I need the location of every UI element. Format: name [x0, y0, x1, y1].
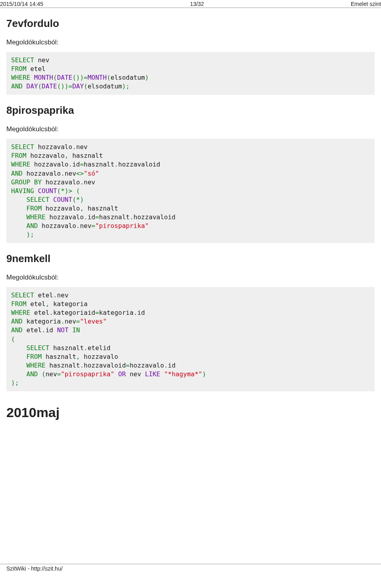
- string-literal: "*hagyma*": [164, 370, 202, 378]
- string-literal: "leves": [80, 318, 106, 325]
- paren: ): [61, 82, 65, 90]
- indent: [11, 344, 27, 352]
- comma: ,: [65, 152, 69, 159]
- op-eq: =: [84, 74, 88, 81]
- indent: [11, 196, 27, 203]
- indent: [11, 370, 27, 378]
- func-date: DATE: [42, 82, 57, 90]
- heading-7evfordulo: 7evfordulo: [6, 17, 375, 30]
- comma: ,: [46, 300, 50, 308]
- paren: (: [72, 74, 76, 81]
- lead-7evfordulo: Megoldókulcsból:: [6, 38, 375, 46]
- func-count: COUNT: [53, 196, 72, 203]
- code-text: [30, 178, 34, 186]
- kw-and: AND: [27, 370, 38, 378]
- kw-from: FROM: [11, 152, 27, 159]
- code-text: kategoria: [49, 300, 87, 308]
- dot: .: [84, 213, 88, 221]
- paren: (: [107, 74, 111, 81]
- kw-select: SELECT: [27, 344, 50, 352]
- code-text: [114, 370, 118, 378]
- indent: [11, 205, 27, 212]
- header-datetime: 2015/10/14 14:45: [0, 1, 43, 7]
- kw-where: WHERE: [27, 213, 46, 221]
- code-text: nev: [84, 178, 95, 186]
- semicolon: ;: [30, 231, 34, 238]
- code-text: nev: [46, 370, 57, 378]
- page-header: 2015/10/14 14:45 13/32 Emelet szint: [0, 0, 381, 8]
- op-eq: =: [80, 161, 84, 168]
- paren: (: [42, 370, 46, 378]
- code-text: hozzavalo: [80, 353, 118, 360]
- kw-where: WHERE: [11, 309, 30, 316]
- code-text: hozzavaloid: [118, 161, 160, 168]
- paren: (: [53, 74, 57, 81]
- kw-and: AND: [11, 170, 23, 177]
- code-block-7evfordulo: SELECT nev FROM etel WHERE MONTH(DATE())…: [6, 52, 375, 95]
- lead-9nemkell: Megoldókulcsból:: [6, 274, 375, 282]
- kw-from: FROM: [11, 65, 27, 73]
- func-month: MONTH: [34, 74, 53, 81]
- code-text: [34, 187, 38, 195]
- code-text: [72, 187, 76, 195]
- code-text: [49, 196, 53, 203]
- paren: ): [80, 196, 84, 203]
- paren: ): [65, 187, 69, 195]
- code-text: hozzavalo: [130, 362, 164, 369]
- kw-where: WHERE: [11, 74, 30, 81]
- dot: .: [114, 161, 118, 168]
- comma: ,: [80, 205, 84, 212]
- paren: (: [38, 82, 42, 90]
- code-text: etel: [23, 326, 42, 334]
- code-text: nev: [57, 291, 69, 299]
- code-text: hozzavalo: [27, 152, 65, 159]
- code-text: kategoria: [23, 318, 61, 325]
- code-text: nev: [65, 170, 76, 177]
- kw-and: AND: [11, 326, 23, 334]
- code-text: etel: [27, 65, 46, 73]
- code-text: hozzavaloid: [133, 213, 175, 221]
- heading-2010maj: 2010maj: [6, 405, 375, 420]
- dot: .: [61, 318, 65, 325]
- semicolon: ;: [15, 379, 19, 387]
- indent: [11, 353, 27, 360]
- dot: .: [42, 326, 46, 334]
- header-pageinfo: 13/32: [190, 1, 204, 7]
- indent: [11, 362, 27, 369]
- code-text: id: [88, 213, 95, 221]
- code-text: hozzavalo: [30, 161, 68, 168]
- code-text: hasznalt: [69, 152, 103, 159]
- code-text: hasznalt: [49, 344, 84, 352]
- dot: .: [84, 344, 88, 352]
- op-eq: =: [95, 309, 99, 316]
- dot: .: [49, 309, 53, 316]
- code-text: id: [46, 326, 57, 334]
- dot: .: [69, 161, 73, 168]
- code-text: hozzavalo: [23, 170, 61, 177]
- code-text: id: [168, 362, 175, 369]
- dot: .: [61, 170, 65, 177]
- code-block-9nemkell: SELECT etel.nev FROM etel, kategoria WHE…: [6, 287, 375, 391]
- code-text: kategoria: [99, 309, 134, 316]
- indent: [11, 231, 27, 238]
- string-literal: "pirospaprika": [61, 370, 114, 378]
- dot: .: [130, 213, 134, 221]
- code-text: nev: [126, 370, 145, 378]
- code-block-8pirospaprika: SELECT hozzavalo.nev FROM hozzavalo, has…: [6, 139, 375, 243]
- kw-and: AND: [11, 82, 23, 90]
- kw-group: GROUP: [11, 178, 30, 186]
- paren: (: [76, 187, 80, 195]
- kw-where: WHERE: [27, 362, 46, 369]
- code-text: nev: [65, 318, 76, 325]
- dot: .: [76, 222, 80, 230]
- code-text: etel: [27, 300, 46, 308]
- code-text: hasznalt: [84, 205, 118, 212]
- string-literal: "só": [84, 170, 99, 177]
- kw-where: WHERE: [11, 161, 30, 168]
- kw-and: AND: [11, 318, 23, 325]
- kw-select: SELECT: [11, 291, 34, 299]
- string-literal: "pirospaprika": [95, 222, 149, 230]
- code-text: id: [72, 161, 80, 168]
- star: *: [76, 196, 80, 203]
- paren: ): [11, 379, 15, 387]
